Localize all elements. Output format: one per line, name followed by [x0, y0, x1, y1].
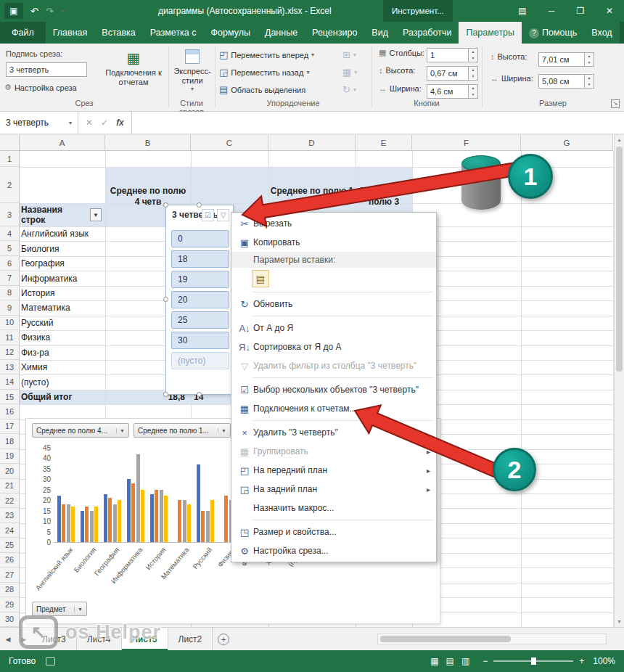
row-header-9[interactable]: 9	[0, 300, 20, 315]
dialog-launcher-icon[interactable]: ↘	[611, 99, 620, 108]
redo-icon[interactable]: ↷	[46, 6, 54, 17]
pivot-row-label[interactable]: Математика	[21, 300, 102, 315]
enter-icon[interactable]: ✓	[101, 118, 108, 128]
insert-function-icon[interactable]: fx	[116, 118, 124, 128]
row-header-30[interactable]: 30	[0, 612, 20, 627]
row-header-13[interactable]: 13	[0, 360, 20, 374]
pivot-row-label[interactable]: Физ-ра	[21, 345, 102, 360]
slicer-item-25[interactable]: 25	[171, 311, 229, 329]
resize-handle[interactable]	[163, 202, 168, 208]
menu-item[interactable]: ✂Вырезать	[231, 214, 436, 233]
slicer-3-chetvert[interactable]: 3 четверть ☑ ▽ 01819202530(пусто)	[165, 205, 234, 395]
row-header-27[interactable]: 27	[0, 567, 20, 582]
stepper-arrows[interactable]: ▲▼	[469, 84, 478, 99]
stepper-arrows[interactable]: ▲▼	[469, 48, 478, 62]
scroll-up-icon[interactable]: ▲	[615, 135, 624, 145]
slicer-item-30[interactable]: 30	[171, 332, 229, 349]
tab-1[interactable]: Вставка	[94, 22, 142, 44]
button-height-value[interactable]: 0,67 см	[427, 66, 469, 81]
menu-item[interactable]: ◳Размер и свойства...	[231, 523, 436, 541]
menu-item[interactable]: ↻Обновить	[231, 295, 436, 314]
row-header-29[interactable]: 29	[0, 597, 20, 612]
tab-5[interactable]: Рецензиро	[305, 22, 364, 44]
chart-axis-field-button[interactable]: Предмет ▼	[32, 602, 87, 616]
columns-stepper[interactable]: 1 ▲▼	[427, 48, 478, 62]
sheet-nav-left-icon[interactable]: ◀	[0, 628, 16, 650]
button-width-value[interactable]: 4,6 см	[427, 84, 469, 99]
chart-field-button[interactable]: Среднее по полю 1... ▼	[134, 423, 231, 438]
cancel-icon[interactable]: ✕	[86, 118, 93, 128]
menu-item[interactable]: Я↓Сортировка от Я до А	[231, 337, 436, 356]
row-header-16[interactable]: 16	[0, 404, 20, 419]
minimize-icon[interactable]: ─	[537, 0, 566, 22]
size-height-value[interactable]: 7,01 см	[538, 52, 585, 67]
zoom-level[interactable]: 100%	[593, 656, 624, 666]
row-header-12[interactable]: 12	[0, 345, 20, 360]
column-header-F[interactable]: F	[412, 135, 521, 151]
scrollbar-thumb[interactable]	[380, 636, 511, 642]
align-button[interactable]: ⊞▾	[342, 49, 356, 60]
row-header-1[interactable]: 1	[0, 151, 20, 167]
slicer-item-(пусто)[interactable]: (пусто)	[171, 352, 229, 369]
report-connections-button[interactable]: ▦ Подключения к отчетам	[100, 46, 167, 96]
macro-record-icon[interactable]	[46, 657, 55, 665]
menu-item[interactable]: А↓От А до Я	[231, 319, 436, 337]
stepper-arrows[interactable]: ▲▼	[469, 66, 478, 81]
sheet-tab-Лист2[interactable]: Лист2	[168, 628, 213, 650]
ribbon-display-options-icon[interactable]: ▤	[508, 0, 537, 22]
column-header-D[interactable]: D	[268, 135, 356, 151]
rotate-button[interactable]: ↻▾	[342, 84, 356, 95]
row-header-23[interactable]: 23	[0, 508, 20, 523]
slicer-settings-button[interactable]: ⚙ Настройка среза	[4, 83, 77, 92]
slicer-item-20[interactable]: 20	[171, 291, 229, 308]
row-header-10[interactable]: 10	[0, 316, 20, 330]
pivot-row-header[interactable]: Названия строк	[21, 203, 88, 226]
share-button[interactable]: Общий доступ	[620, 22, 624, 44]
tab-3[interactable]: Формулы	[204, 22, 258, 44]
column-header-E[interactable]: E	[356, 135, 412, 151]
zoom-out-icon[interactable]: −	[483, 656, 488, 666]
stepper-arrows[interactable]: ▲▼	[585, 52, 594, 67]
page-break-view-icon[interactable]: ▥	[461, 656, 469, 666]
pivot-row-label[interactable]: (пусто)	[21, 374, 102, 389]
zoom-slider-thumb[interactable]	[531, 657, 536, 665]
formula-input[interactable]	[132, 112, 624, 134]
menu-item[interactable]: ⚙Настройка среза...	[231, 541, 436, 560]
row-header-15[interactable]: 15	[0, 390, 20, 404]
add-sheet-button[interactable]: +	[213, 628, 234, 650]
tab-7[interactable]: Разработчи	[395, 22, 459, 44]
slicer-item-18[interactable]: 18	[171, 250, 229, 268]
stepper-arrows[interactable]: ▲▼	[585, 74, 594, 89]
name-box[interactable]: 3 четверть ▾	[0, 112, 78, 134]
send-backward-button[interactable]: ◲ Переместить назад ▾	[219, 67, 309, 78]
multi-select-icon[interactable]: ☑	[202, 209, 214, 221]
row-header-17[interactable]: 17	[0, 419, 20, 434]
column-header-C[interactable]: C	[191, 135, 268, 151]
column-header-G[interactable]: G	[521, 135, 613, 151]
row-header-4[interactable]: 4	[0, 226, 20, 241]
row-header-28[interactable]: 28	[0, 583, 20, 597]
row-header-22[interactable]: 22	[0, 493, 20, 508]
menu-item[interactable]: ▦Подключения к отчетам...	[231, 399, 436, 418]
row-header-3[interactable]: 3	[0, 203, 20, 226]
pivot-row-label[interactable]: История	[21, 286, 102, 300]
button-width-stepper[interactable]: 4,6 см ▲▼	[427, 84, 478, 99]
column-header-B[interactable]: B	[105, 135, 191, 151]
row-header-21[interactable]: 21	[0, 479, 20, 493]
tab-options-active[interactable]: Параметры	[459, 22, 522, 44]
slicer-item-19[interactable]: 19	[171, 271, 229, 288]
menu-item[interactable]: ☑Выбор нескольких объектов "3 четверть"	[231, 380, 436, 399]
menu-item[interactable]: ×Удалить "3 четверть"	[231, 423, 436, 442]
chart-field-button[interactable]: Среднее по полю 4... ▼	[32, 423, 129, 438]
row-header-19[interactable]: 19	[0, 449, 20, 464]
row-header-26[interactable]: 26	[0, 553, 20, 567]
tab-4[interactable]: Данные	[258, 22, 305, 44]
sign-in-link[interactable]: Вход	[584, 22, 619, 44]
row-header-25[interactable]: 25	[0, 538, 20, 552]
row-header-11[interactable]: 11	[0, 330, 20, 345]
group-objects-button[interactable]: ▦▾	[342, 67, 357, 78]
row-header-24[interactable]: 24	[0, 523, 20, 538]
size-width-value[interactable]: 5,08 см	[538, 74, 585, 89]
menu-item[interactable]: ▣Копировать	[231, 233, 436, 252]
zoom-in-icon[interactable]: +	[579, 656, 584, 666]
